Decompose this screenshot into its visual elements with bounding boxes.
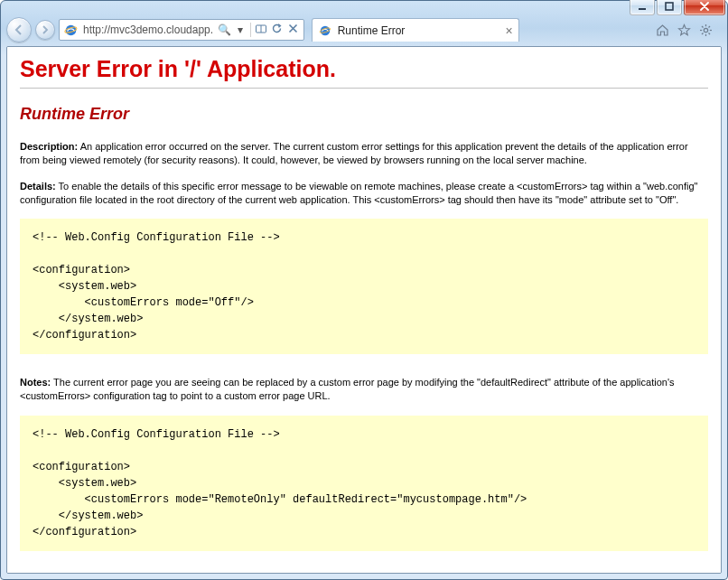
tab-favicon-icon — [318, 23, 332, 38]
forward-button[interactable] — [35, 20, 55, 40]
svg-line-14 — [708, 33, 710, 34]
notes-label: Notes: — [20, 377, 51, 388]
nav-toolbar: 🔍 ▾ — [1, 14, 727, 46]
page-title: Server Error in '/' Application. — [20, 56, 708, 82]
svg-rect-0 — [639, 8, 646, 10]
details-paragraph: Details: To enable the details of this s… — [20, 180, 708, 207]
search-icon[interactable]: 🔍 — [218, 23, 230, 36]
description-label: Description: — [20, 141, 78, 152]
svg-rect-1 — [666, 3, 673, 10]
tab-title: Runtime Error — [338, 24, 500, 37]
tab-close-icon[interactable]: × — [505, 24, 512, 37]
address-bar-controls: 🔍 ▾ — [218, 23, 300, 38]
refresh-icon[interactable] — [271, 23, 284, 37]
svg-line-16 — [702, 33, 704, 34]
svg-line-13 — [702, 26, 704, 28]
separator — [250, 23, 251, 37]
error-page: Server Error in '/' Application. Runtime… — [7, 47, 721, 574]
url-input[interactable] — [81, 23, 214, 37]
home-icon[interactable] — [655, 23, 669, 37]
details-label: Details: — [20, 181, 56, 192]
svg-point-8 — [704, 28, 707, 32]
notes-paragraph: Notes: The current error page you are se… — [20, 376, 708, 403]
page-subtitle: Runtime Error — [20, 105, 708, 124]
stop-icon[interactable] — [287, 23, 300, 36]
code-sample-1: <!-- Web.Config Configuration File --> <… — [20, 219, 708, 354]
notes-text: The current error page you are seeing ca… — [20, 377, 675, 401]
svg-line-15 — [708, 26, 710, 28]
ie-favicon-icon — [63, 23, 78, 37]
code-sample-2: <!-- Web.Config Configuration File --> <… — [20, 416, 708, 551]
dropdown-icon[interactable]: ▾ — [234, 23, 247, 36]
tab-active[interactable]: Runtime Error × — [312, 18, 519, 42]
description-text: An application error occurred on the ser… — [20, 141, 688, 165]
titlebar — [1, 1, 727, 14]
details-text: To enable the details of this specific e… — [20, 181, 698, 205]
browser-window: 🔍 ▾ — [0, 0, 728, 580]
compat-view-icon[interactable] — [255, 23, 267, 38]
description-paragraph: Description: An application error occurr… — [20, 140, 708, 167]
page-viewport[interactable]: Server Error in '/' Application. Runtime… — [6, 46, 722, 574]
address-bar[interactable]: 🔍 ▾ — [59, 19, 304, 41]
tools-icon[interactable] — [698, 23, 713, 37]
back-button[interactable] — [6, 17, 32, 42]
favorites-icon[interactable] — [677, 23, 691, 37]
tab-strip: Runtime Error × — [312, 18, 642, 42]
divider — [20, 88, 708, 89]
chrome-right-icons — [646, 23, 722, 37]
